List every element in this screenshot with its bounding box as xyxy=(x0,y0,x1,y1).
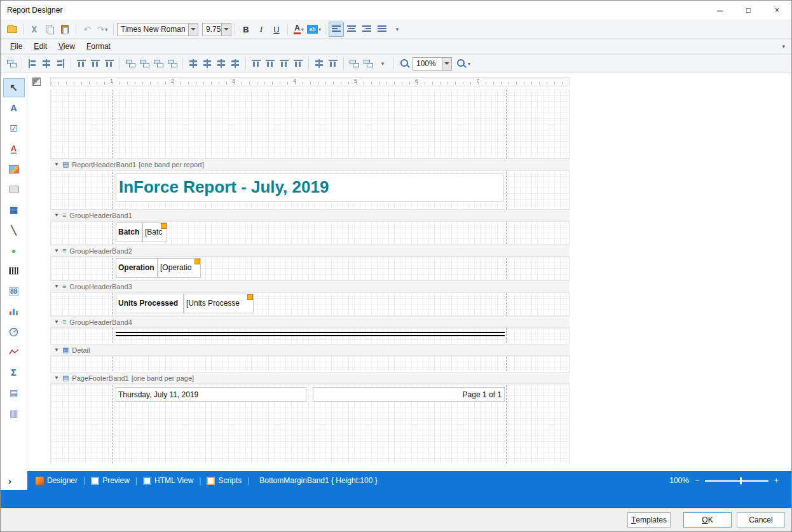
equal-vertical-spacing-button[interactable] xyxy=(250,57,263,70)
align-left-edges-button[interactable] xyxy=(26,57,39,70)
zoom-slider[interactable] xyxy=(705,480,768,482)
send-to-back-button[interactable] xyxy=(362,57,374,70)
collapse-arrow-icon[interactable]: ▼ xyxy=(54,347,59,353)
toolbox-item-label[interactable]: A xyxy=(3,99,25,118)
make-same-height-button[interactable] xyxy=(152,57,165,70)
font-color-button[interactable]: A▾ xyxy=(291,22,306,37)
zoom-out-button[interactable] xyxy=(397,56,413,71)
bold-button[interactable]: B xyxy=(238,22,254,37)
tab-preview[interactable]: Preview xyxy=(86,471,134,490)
toolbox-item-pointer[interactable]: ↖ xyxy=(3,78,25,97)
group-header-2-surface[interactable]: Operation [Operatio xyxy=(50,257,570,280)
ok-button[interactable]: OK xyxy=(683,512,732,528)
font-name-combo[interactable]: Times New Roman xyxy=(117,23,198,36)
toolbox-item-zip-code[interactable]: 88 xyxy=(3,282,25,301)
toolbox-item-summary[interactable]: Σ xyxy=(3,363,25,382)
smart-tag-icon[interactable] xyxy=(195,259,200,264)
align-horizontal-centers-button[interactable] xyxy=(89,57,102,70)
copy-button[interactable] xyxy=(42,22,57,37)
top-margin-surface[interactable] xyxy=(50,90,570,158)
band-header-group-header-3[interactable]: ▼ ≡ GroupHeaderBand3 xyxy=(50,280,570,292)
toolbox-item-bar-code[interactable] xyxy=(3,261,25,280)
menu-edit[interactable]: Edit xyxy=(28,40,53,53)
collapse-arrow-icon[interactable]: ▼ xyxy=(54,248,59,254)
minimize-button[interactable]: ─ xyxy=(706,1,734,20)
units-processed-data-field[interactable]: [Units Processe xyxy=(184,294,254,313)
equal-horizontal-spacing-button[interactable] xyxy=(187,57,200,70)
toolbox-item-picture-box[interactable] xyxy=(3,160,25,179)
band-header-report-header[interactable]: ▼ ▤ ReportHeaderBand1 [one band per repo… xyxy=(50,158,570,170)
maximize-button[interactable]: □ xyxy=(734,1,763,20)
close-button[interactable]: × xyxy=(763,1,791,20)
make-same-size-button[interactable] xyxy=(166,57,179,70)
remove-vertical-spacing-button[interactable] xyxy=(292,57,304,70)
paste-button[interactable] xyxy=(57,22,72,37)
report-title-label[interactable]: InForce Report - July, 2019 xyxy=(116,174,503,202)
cancel-button[interactable]: Cancel xyxy=(737,512,785,528)
toolbox-item-cross-band-box[interactable]: ▥ xyxy=(3,404,25,423)
group-header-1-surface[interactable]: Batch [Batc xyxy=(50,221,570,245)
center-vertically-button[interactable] xyxy=(327,57,339,70)
separator-line[interactable] xyxy=(116,332,505,336)
toolbox-expander[interactable]: › xyxy=(1,471,27,490)
toolbox-item-page-info[interactable]: ▤ xyxy=(3,383,25,402)
operation-caption-label[interactable]: Operation xyxy=(116,258,158,278)
menu-file[interactable]: File xyxy=(4,40,28,53)
report-header-surface[interactable]: InForce Report - July, 2019 xyxy=(50,170,570,209)
report-design-surface[interactable]: ▼ ▤ ReportHeaderBand1 [one band per repo… xyxy=(50,90,570,463)
group-header-4-surface[interactable] xyxy=(50,328,570,344)
redo-button[interactable]: ↷▾ xyxy=(95,22,110,37)
toolbox-item-sparkline[interactable] xyxy=(3,343,25,362)
toolbar-overflow-button[interactable]: ▾ xyxy=(390,22,405,37)
highlight-button[interactable]: ab▾ xyxy=(306,22,322,37)
center-horizontally-button[interactable] xyxy=(313,57,325,70)
increase-horizontal-spacing-button[interactable] xyxy=(201,57,214,70)
horizontal-ruler[interactable]: 1 2 3 4 5 6 7 xyxy=(50,77,570,86)
zoom-in-button[interactable]: ▾ xyxy=(456,56,471,71)
left-margin-line[interactable] xyxy=(112,90,113,463)
align-right-button[interactable] xyxy=(359,22,374,37)
underline-button[interactable]: U xyxy=(269,22,284,37)
decrease-horizontal-spacing-button[interactable] xyxy=(215,57,228,70)
batch-data-field[interactable]: [Batc xyxy=(142,222,167,242)
font-size-combo[interactable]: 9.75 xyxy=(202,23,231,36)
justify-button[interactable] xyxy=(374,22,390,37)
bring-to-front-button[interactable] xyxy=(348,57,360,70)
toolbox-item-line[interactable]: ╲ xyxy=(3,221,25,240)
align-left-button[interactable] xyxy=(329,22,344,37)
toolbox-item-gauge[interactable] xyxy=(3,322,25,341)
size-to-grid-button[interactable] xyxy=(138,57,151,70)
templates-button[interactable]: Templates xyxy=(627,512,671,528)
date-label[interactable]: Thursday, July 11, 2019 xyxy=(116,387,306,402)
operation-data-field[interactable]: [Operatio xyxy=(158,258,201,278)
batch-caption-label[interactable]: Batch xyxy=(116,222,142,242)
collapse-arrow-icon[interactable]: ▼ xyxy=(54,161,59,167)
zoom-in-button[interactable]: + xyxy=(774,476,779,485)
zoom-out-button[interactable]: − xyxy=(695,476,699,485)
toolbox-item-shape[interactable]: ● xyxy=(3,241,25,260)
zoom-slider-thumb[interactable] xyxy=(740,477,742,484)
collapse-arrow-icon[interactable]: ▼ xyxy=(54,283,59,289)
collapse-arrow-icon[interactable]: ▼ xyxy=(54,375,59,381)
collapse-arrow-icon[interactable]: ▼ xyxy=(54,319,59,325)
page-number-label[interactable]: Page 1 of 1 xyxy=(313,387,505,402)
align-to-grid-button[interactable] xyxy=(5,57,18,70)
design-canvas[interactable]: ▼ ▤ ReportHeaderBand1 [one band per repo… xyxy=(27,90,791,471)
toolbox-item-table[interactable]: ▦ xyxy=(3,200,25,219)
make-same-width-button[interactable] xyxy=(124,57,137,70)
band-header-page-footer[interactable]: ▼ ▤ PageFooterBand1 [one band per page] xyxy=(50,372,570,384)
cut-button[interactable] xyxy=(27,22,42,37)
italic-button[interactable]: I xyxy=(254,22,269,37)
align-top-edges-button[interactable] xyxy=(75,57,88,70)
toolbox-item-check-box[interactable]: ☑ xyxy=(3,119,25,138)
increase-vertical-spacing-button[interactable] xyxy=(264,57,277,70)
toolbox-item-chart[interactable] xyxy=(3,302,25,321)
toolbox-item-panel[interactable] xyxy=(3,180,25,199)
align-center-button[interactable] xyxy=(344,22,359,37)
align-right-edges-button[interactable] xyxy=(54,57,67,70)
zoom-combo[interactable]: 100% xyxy=(413,57,452,71)
decrease-vertical-spacing-button[interactable] xyxy=(278,57,290,70)
smart-tag-icon[interactable] xyxy=(247,294,253,300)
band-header-group-header-2[interactable]: ▼ ≡ GroupHeaderBand2 xyxy=(50,245,570,257)
page-footer-surface[interactable]: Thursday, July 11, 2019 Page 1 of 1 xyxy=(50,384,570,463)
